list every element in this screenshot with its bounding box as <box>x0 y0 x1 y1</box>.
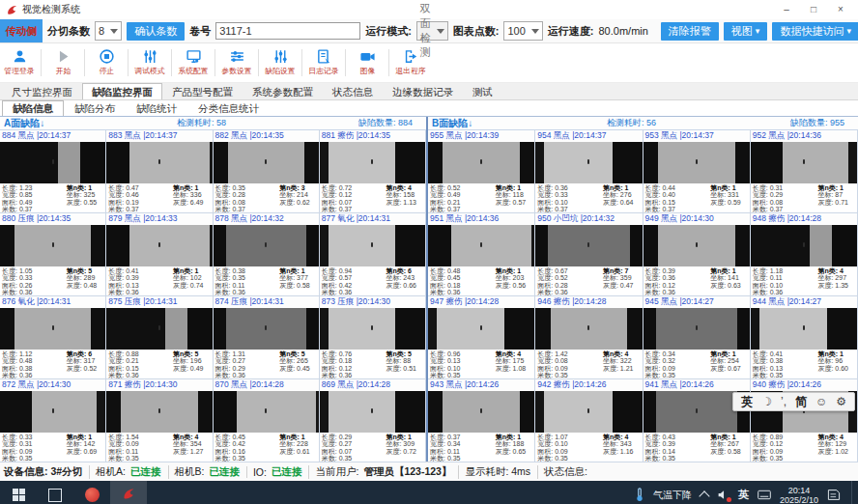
defect-info: 长度: 1.42宽度: 0.08面积: 0.09米数: 0.35第n类: 4坐标… <box>535 350 642 379</box>
ime-simplified-toggle[interactable]: 简 <box>795 394 807 410</box>
defect-cell[interactable]: 876 氧化 |20:14:31长度: 1.12宽度: 0.48面积: 0.38… <box>0 296 106 379</box>
defect-cell[interactable]: 877 氧化 |20:14:31长度: 0.94宽度: 0.57面积: 0.42… <box>320 213 426 296</box>
defect-cell[interactable]: 882 黑点 |20:14:35长度: 0.35宽度: 0.28面积: 0.08… <box>214 130 320 213</box>
start-button[interactable] <box>0 481 37 504</box>
subtab-缺陷统计[interactable]: 缺陷统计 <box>126 100 187 116</box>
defect-cell[interactable]: 952 黑点 |20:14:36长度: 0.31宽度: 0.29面积: 0.08… <box>751 130 858 213</box>
ime-punctuation-icon[interactable]: ’, <box>781 395 786 408</box>
defect-cell[interactable]: 945 黑点 |20:14:27长度: 0.34宽度: 0.32面积: 0.09… <box>644 296 751 379</box>
action-stop[interactable]: 停止 <box>87 43 126 82</box>
status-bar: 设备信息: 3#分切相机A:已连接相机B:已连接IO:已连接当前用户:管理员【1… <box>0 462 858 481</box>
tab-尺寸监控界面[interactable]: 尺寸监控界面 <box>2 83 82 99</box>
subtab-缺陷信息[interactable]: 缺陷信息 <box>2 100 64 116</box>
defect-cell[interactable]: 948 擦伤 |20:14:28长度: 1.18宽度: 0.11面积: 0.10… <box>751 213 858 296</box>
defect-thumbnail <box>428 308 534 350</box>
defect-cell[interactable]: 951 黑点 |20:14:36长度: 0.48宽度: 0.45面积: 0.18… <box>428 213 535 296</box>
action-center-icon[interactable] <box>827 489 841 501</box>
tab-测试[interactable]: 测试 <box>463 83 502 99</box>
task-view-button[interactable] <box>37 481 73 504</box>
ime-lang-toggle[interactable]: 英 <box>741 394 753 410</box>
taskbar-clock[interactable]: 20:14 2025/2/10 <box>780 486 818 504</box>
confirm-count-button[interactable]: 确认条数 <box>127 22 185 41</box>
data-access-menu-button[interactable]: 数据快捷访问 <box>772 22 858 41</box>
ime-emoji-icon[interactable]: ☺ <box>815 395 827 408</box>
defect-cell[interactable]: 884 黑点 |20:14:37长度: 1.23宽度: 0.85面积: 0.49… <box>0 130 106 213</box>
defect-cell[interactable]: 869 黑点 |20:14:28长度: 0.29宽度: 0.27面积: 0.07… <box>320 379 426 462</box>
defect-cell-header: 945 黑点 |20:14:27 <box>644 296 750 308</box>
view-menu-button[interactable]: 视图 <box>724 22 768 41</box>
defect-thumbnail <box>214 391 319 433</box>
defect-cell[interactable]: 870 黑点 |20:14:28长度: 0.45宽度: 0.42面积: 0.16… <box>214 379 320 462</box>
defect-cell[interactable]: 873 压痕 |20:14:30长度: 0.76宽度: 0.18面积: 0.12… <box>320 296 426 379</box>
defect-cell[interactable]: 874 压痕 |20:14:31长度: 1.31宽度: 0.27面积: 0.29… <box>214 296 320 379</box>
tab-状态信息[interactable]: 状态信息 <box>323 83 383 99</box>
action-defect[interactable]: 缺陷设置 <box>261 43 300 82</box>
slit-count-value: 8 <box>99 25 104 37</box>
language-indicator[interactable]: 英 <box>738 488 749 502</box>
defect-cell[interactable]: 954 黑点 |20:14:37长度: 0.36宽度: 0.33面积: 0.10… <box>535 130 643 213</box>
show-desktop-button[interactable] <box>851 481 856 504</box>
run-mode-label: 运行模式: <box>365 24 412 39</box>
action-camera[interactable]: 图像 <box>348 43 386 82</box>
chart-points-select[interactable]: 100 <box>503 21 542 41</box>
defect-cell[interactable]: 880 压痕 |20:14:35长度: 1.05宽度: 0.33面积: 0.26… <box>0 213 106 296</box>
tab-边缘数据记录[interactable]: 边缘数据记录 <box>383 83 463 99</box>
defect-cell[interactable]: 875 压痕 |20:14:31长度: 0.88宽度: 0.21面积: 0.15… <box>106 296 213 379</box>
action-log[interactable]: 日志记录 <box>304 43 343 82</box>
action-params[interactable]: 参数设置 <box>217 43 256 82</box>
maximize-button[interactable]: □ <box>800 1 827 18</box>
drive-side-button[interactable]: 传动侧 <box>0 19 43 42</box>
minimize-button[interactable]: – <box>773 1 800 18</box>
defect-cell[interactable]: 879 黑点 |20:14:33长度: 0.41宽度: 0.39面积: 0.13… <box>106 213 213 296</box>
defect-cell[interactable]: 883 黑点 |20:14:37长度: 0.47宽度: 0.46面积: 0.19… <box>106 130 213 213</box>
slit-count-select[interactable]: 8 <box>95 21 122 41</box>
defect-cell[interactable]: 949 黑点 |20:14:30长度: 0.39宽度: 0.36面积: 0.12… <box>644 213 751 296</box>
defect-cell[interactable]: 872 黑点 |20:14:30长度: 0.33宽度: 0.31面积: 0.09… <box>0 379 106 462</box>
defect-info: 长度: 0.94宽度: 0.57面积: 0.42米数: 0.36第n类: 6坐标… <box>320 266 425 296</box>
roll-number-input[interactable] <box>215 22 360 40</box>
defect-cell[interactable]: 943 黑点 |20:14:26长度: 0.37宽度: 0.34面积: 0.11… <box>428 379 535 462</box>
taskbar-app-browser[interactable] <box>73 481 110 504</box>
panel-b-title[interactable]: B面缺陷↓ <box>428 117 472 130</box>
tab-产品型号配置[interactable]: 产品型号配置 <box>162 83 243 99</box>
defect-cell[interactable]: 946 擦伤 |20:14:28长度: 1.42宽度: 0.08面积: 0.09… <box>535 296 643 379</box>
taskbar-app-inspection[interactable] <box>110 481 147 504</box>
defect-cell[interactable]: 871 擦伤 |20:14:30长度: 1.54宽度: 0.09面积: 0.11… <box>106 379 213 462</box>
subtab-缺陷分布[interactable]: 缺陷分布 <box>64 100 126 116</box>
toolbar-separator <box>171 49 172 76</box>
thermometer-icon[interactable] <box>635 488 644 502</box>
defect-mark <box>480 242 482 247</box>
defect-cell[interactable]: 953 黑点 |20:14:37长度: 0.44宽度: 0.40面积: 0.15… <box>644 130 751 213</box>
main-tabbar: 尺寸监控界面缺陷监控界面产品型号配置系统参数配置状态信息边缘数据记录测试 <box>0 83 858 100</box>
defect-cell[interactable]: 955 黑点 |20:14:39长度: 0.52宽度: 0.49面积: 0.21… <box>428 130 535 213</box>
subtab-分类信息统计[interactable]: 分类信息统计 <box>187 100 270 116</box>
run-mode-value: 双面检测 <box>420 2 431 60</box>
volume-icon[interactable] <box>717 489 729 501</box>
tab-缺陷监控界面[interactable]: 缺陷监控界面 <box>82 83 162 99</box>
defect-cell[interactable]: 942 擦伤 |20:14:26长度: 1.07宽度: 0.10面积: 0.09… <box>535 379 643 462</box>
clear-alarm-button[interactable]: 清除报警 <box>661 22 719 41</box>
defect-mark <box>371 325 373 330</box>
panel-a-title[interactable]: A面缺陷↓ <box>0 117 44 130</box>
panel-b-defect-count: 缺陷数量: 955 <box>790 117 844 129</box>
defect-info: 长度: 0.48宽度: 0.45面积: 0.18米数: 0.36第n类: 1坐标… <box>428 266 534 296</box>
ime-settings-icon[interactable]: ⚙ <box>836 395 846 408</box>
defect-cell[interactable]: 947 擦伤 |20:14:28长度: 0.96宽度: 0.13面积: 0.10… <box>428 296 535 379</box>
defect-cell[interactable]: 881 擦伤 |20:14:35长度: 0.72宽度: 0.12面积: 0.07… <box>320 130 426 213</box>
action-system[interactable]: 系统配置 <box>174 43 213 82</box>
action-user[interactable]: 管理登录 <box>0 43 39 82</box>
defect-cell[interactable]: 950 小凹坑 |20:14:32长度: 0.67宽度: 0.52面积: 0.2… <box>535 213 643 296</box>
run-mode-select[interactable]: 双面检测 <box>416 21 448 41</box>
ime-fullwidth-icon[interactable]: ☽ <box>761 395 772 408</box>
action-debug[interactable]: 调试模式 <box>130 43 169 82</box>
tab-系统参数配置[interactable]: 系统参数配置 <box>243 83 323 99</box>
weather-text[interactable]: 气温下降 <box>653 489 692 502</box>
action-play[interactable]: 开始 <box>43 43 82 82</box>
defect-cell[interactable]: 878 黑点 |20:14:32长度: 0.38宽度: 0.35面积: 0.11… <box>214 213 320 296</box>
defect-mark <box>371 242 373 247</box>
close-button[interactable]: × <box>827 1 854 18</box>
defect-cell[interactable]: 944 黑点 |20:14:27长度: 0.41宽度: 0.38面积: 0.13… <box>751 296 858 379</box>
touch-keyboard-icon[interactable] <box>758 490 771 500</box>
hidden-icons-chevron-icon[interactable] <box>699 490 709 501</box>
status-item: IO: <box>246 466 267 478</box>
